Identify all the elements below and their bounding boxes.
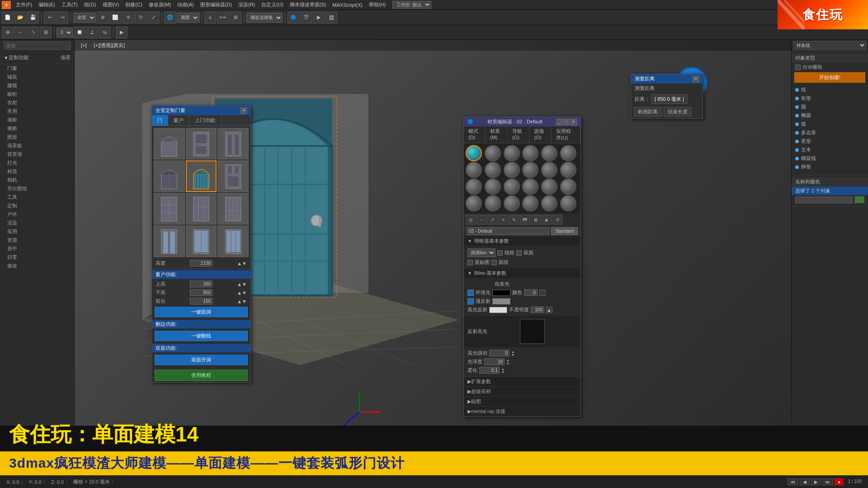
right-name-input[interactable]	[795, 197, 853, 203]
vp-perspective-btn[interactable]: [+][透视][真实]	[90, 41, 129, 50]
mat-sample-11[interactable]	[541, 162, 557, 178]
door-item-grid-small[interactable]	[154, 193, 185, 225]
sidebar-custom-header[interactable]: ▼ 定制功能 场景	[0, 53, 74, 62]
sidebar-item-scene-board[interactable]: 场景板	[0, 141, 74, 150]
play-prev-btn[interactable]: ⏮	[788, 479, 798, 485]
sidebar-item-lighting[interactable]: 灯光	[0, 159, 74, 167]
face-map-checkbox[interactable]	[467, 260, 473, 265]
keyframe-btn[interactable]: ●	[835, 479, 844, 485]
material-btn[interactable]: 🔵	[288, 12, 299, 23]
select-region-btn[interactable]: ⬜	[109, 12, 121, 23]
menu-help[interactable]: 帮助(H)	[366, 0, 389, 9]
color-map-btn[interactable]	[539, 290, 546, 296]
door-window-panel-titlebar[interactable]: 全室定制门窗 ✕	[152, 106, 250, 115]
specular-color-swatch[interactable]	[489, 307, 507, 313]
render-frame-btn[interactable]: 🖼	[326, 12, 337, 23]
mat-menu-options[interactable]: 选项(O)	[529, 127, 552, 143]
height-input[interactable]	[190, 260, 212, 267]
measure-reset-btn[interactable]: 剩测距离	[634, 107, 662, 117]
mat-sample-14[interactable]	[485, 178, 501, 195]
sidebar-item-common[interactable]: 常用	[0, 107, 74, 116]
tab-door[interactable]: 门	[152, 115, 168, 126]
expand-row-2[interactable]: ▶ 超级采样	[464, 386, 580, 396]
menu-customize[interactable]: 自定义(U)	[258, 0, 286, 9]
sidebar-item-material[interactable]: 材质	[0, 167, 74, 176]
expand-row-1[interactable]: ▶ 扩展参数	[464, 376, 580, 386]
expand-row-3[interactable]: ▶ 贴图	[464, 396, 580, 406]
tab-door-func[interactable]: 上门功能:	[189, 115, 222, 126]
door-item-grid-wide[interactable]	[186, 193, 217, 225]
obj-type-polygon[interactable]: 多边形	[793, 128, 866, 137]
door-item-french2[interactable]	[186, 225, 217, 257]
mat-sample-7[interactable]	[466, 162, 482, 178]
mirror-btn[interactable]: ⟺	[217, 12, 229, 23]
wire-checkbox[interactable]	[497, 250, 503, 256]
faceted-checkbox[interactable]	[491, 260, 497, 265]
menu-group[interactable]: 组(G)	[81, 0, 99, 9]
play-fwd-btn[interactable]: ▶	[811, 479, 821, 485]
sidebar-item-paving[interactable]: 铺装	[0, 73, 74, 81]
angle-snap-btn[interactable]: ∠	[86, 27, 98, 38]
mat-sample-10[interactable]	[522, 162, 538, 178]
snap-select[interactable]: 捕捉选择集	[246, 13, 283, 23]
diffuse-color-swatch[interactable]	[492, 298, 510, 305]
move-btn[interactable]: ✛	[122, 12, 134, 23]
tb2-btn4[interactable]: ⊞	[40, 27, 52, 38]
right-name-color-title[interactable]: 名称和颜色	[792, 177, 868, 187]
glossiness-input[interactable]	[484, 358, 505, 365]
use-tutorial-btn[interactable]: 使用教程	[155, 370, 248, 381]
mat-sample-15[interactable]	[504, 178, 520, 195]
obj-type-egg[interactable]: 卵形	[793, 163, 866, 171]
menu-edit[interactable]: 编辑(E)	[35, 0, 58, 9]
menu-view[interactable]: 视图(V)	[99, 0, 123, 9]
shader-type-select[interactable]: (B)Blinn	[467, 249, 495, 257]
obj-type-helix[interactable]: 螺旋线	[793, 154, 866, 163]
obj-type-circle[interactable]: 圆	[793, 103, 866, 111]
mat-put-material-btn[interactable]: →	[476, 215, 486, 225]
menu-script-desc[interactable]: 脚本描述界面(S)	[287, 0, 330, 9]
diffuse-lock-icon[interactable]	[467, 298, 474, 305]
one-key-line-btn[interactable]: 一键翻线	[155, 331, 248, 341]
door-window-close[interactable]: ✕	[241, 108, 247, 114]
render-setup-btn[interactable]: 🎬	[300, 12, 312, 23]
spec-level-arrows[interactable]: ▲▼	[511, 350, 514, 357]
measure-end-btn[interactable]: 结束长度	[664, 107, 692, 117]
redo-btn[interactable]: ↪	[57, 12, 68, 23]
mat-put-to-lib-btn[interactable]: ↗	[487, 215, 497, 225]
mat-sample-5[interactable]	[541, 145, 557, 161]
opacity-input[interactable]	[531, 306, 544, 313]
two-sided-checkbox[interactable]	[516, 250, 522, 256]
percent-snap-btn[interactable]: %	[99, 27, 111, 38]
object-type-select[interactable]: 样条线	[793, 41, 866, 50]
sidebar-item-camera[interactable]: 相机	[0, 176, 74, 184]
mat-sample-16[interactable]	[522, 178, 538, 195]
mat-show-map-btn[interactable]: 🗺	[520, 215, 530, 225]
door-item-arched[interactable]	[154, 128, 185, 160]
sidebar-item-corridor[interactable]: 廊桥	[0, 124, 74, 133]
snap-count-select[interactable]: 3	[57, 28, 73, 38]
obj-type-line[interactable]: 线	[793, 85, 866, 94]
door-item-french1[interactable]	[154, 225, 185, 257]
mat-sample-1[interactable]	[466, 145, 482, 161]
obj-type-rect[interactable]: 矩形	[793, 94, 866, 103]
sidebar-item-reset[interactable]: 归零	[0, 253, 74, 262]
select-filter[interactable]: 全部	[73, 13, 96, 23]
mat-sample-2[interactable]	[485, 145, 501, 161]
sidebar-item-door-window[interactable]: 门窗	[0, 64, 74, 73]
align-btn[interactable]: ⊞	[230, 12, 241, 23]
menu-animation[interactable]: 动画(A)	[174, 0, 197, 9]
glossiness-arrows[interactable]: ▲▼	[506, 359, 509, 365]
obj-type-text[interactable]: 文本	[793, 145, 866, 154]
sidebar-item-outdoor[interactable]: 户外	[0, 210, 74, 219]
mat-close-btn[interactable]: ✕	[571, 119, 577, 125]
workspace-select[interactable]: 工作区: 默认	[392, 1, 431, 9]
sidebar-item-bg-wall[interactable]: 背景墙	[0, 150, 74, 159]
sidebar-item-shape[interactable]: 图形	[0, 133, 74, 141]
mat-sample-13[interactable]	[466, 178, 482, 195]
door-item-panel3[interactable]	[217, 160, 249, 192]
obj-type-arc[interactable]: 弧	[793, 120, 866, 128]
mat-sample-12[interactable]	[560, 162, 576, 178]
mat-sample-8[interactable]	[485, 162, 501, 178]
tab-window[interactable]: 窗户	[168, 115, 189, 126]
mat-edit-btn[interactable]: ✎	[509, 215, 519, 225]
